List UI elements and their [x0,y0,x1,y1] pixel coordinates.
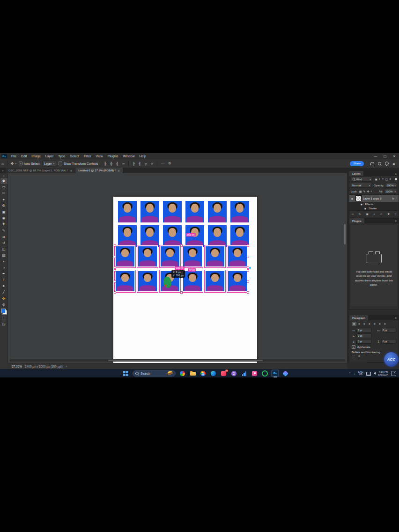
layer-row-selected[interactable]: ◉ Layer 1 copy 3 fx ⌃ [349,195,399,202]
menu-view[interactable]: View [94,153,105,159]
effects-eye-icon[interactable]: ◉ [360,203,363,206]
opacity-dropdown[interactable]: 100% ▾ [385,183,397,188]
passport-photo[interactable] [229,200,250,223]
paragraph-align-3[interactable]: ≡ [367,322,372,326]
paragraph-align-0[interactable]: ≡ [352,322,356,326]
transform-handle[interactable] [247,256,249,258]
workspace-switcher-icon[interactable]: ▣ [392,162,395,165]
tab-layers[interactable]: Layers [349,171,363,176]
panel-menu-icon[interactable]: ≡ [393,171,399,176]
stroke-eye-icon[interactable]: ◉ [363,207,367,210]
menu-filter[interactable]: Filter [81,153,94,159]
lock-icon-3[interactable]: ▪ [370,190,372,193]
dodge-tool[interactable]: ◑ [0,265,7,271]
fx-collapse-chevron[interactable]: ⌃ [396,197,398,200]
pen-tool[interactable]: ✒ [0,271,7,277]
color-swatches[interactable] [1,309,7,315]
green-app[interactable] [261,369,269,377]
document-tab[interactable]: Untitled-1 @ 27.9% (RGB/8) *✕ [75,168,123,173]
vertical-scrollbar-thumb[interactable] [344,224,346,244]
download-tray-icon[interactable]: ↓ [354,372,355,375]
horizontal-scrollbar[interactable] [10,359,345,362]
tray-overflow-chevron[interactable]: ⌃ [348,372,351,375]
tool-preset-caret[interactable]: ▾ [15,162,17,165]
lock-icon-2[interactable]: ✥ [366,190,370,193]
paragraph-align-6[interactable]: ≡ [383,322,387,326]
close-button[interactable]: ✕ [390,153,399,159]
filter-icon-0[interactable]: ▣ [374,177,378,181]
passport-photo[interactable] [207,200,228,223]
stroke-row[interactable]: ◉ Stroke [349,206,399,210]
healing-brush-tool[interactable]: ✚ [0,221,7,227]
align-icon-3[interactable]: ═ [120,162,126,165]
transform-handle[interactable] [114,269,116,272]
language-switcher[interactable]: ENG US [358,371,363,376]
clock[interactable]: 7:10 PM 5/6/2024 [378,370,388,377]
lock-icon-1[interactable]: ✎ [362,190,366,193]
filter-toggle[interactable] [395,178,397,180]
transform-handle[interactable] [114,291,116,294]
gradient-tool[interactable]: ▧ [0,252,7,258]
layers-action-icon-3[interactable]: ◐ [374,213,376,215]
document-canvas[interactable]: 355 px936 px49 pxX: 6 pxY: 766 px [113,197,257,363]
layer-fx-badge[interactable]: fx [392,197,394,200]
menu-type[interactable]: Type [56,153,67,159]
effects-row[interactable]: ◉ Effects [349,202,399,206]
history-brush-tool[interactable]: ↺ [0,240,7,246]
passport-photo[interactable] [162,224,183,248]
layers-action-icon-2[interactable]: ▣ [366,212,369,215]
hand-tool[interactable]: ✣ [0,296,7,302]
transform-handle[interactable] [247,281,249,283]
blur-tool[interactable]: ◗ [0,258,7,264]
menu-window[interactable]: Window [121,153,137,159]
layers-action-icon-0[interactable]: ∞ [352,213,354,215]
filter-icon-2[interactable]: T [381,177,384,181]
eraser-tool[interactable]: ◫ [0,246,7,252]
lock-icon-0[interactable]: ▦ [358,190,362,193]
status-chevron-icon[interactable]: > [66,365,67,368]
passport-photo[interactable] [117,200,138,223]
space-before-input[interactable]: 0 pt [356,339,371,344]
paragraph-align-4[interactable]: ≡ [372,322,377,326]
maximize-button[interactable]: ▢ [380,153,390,159]
menu-file[interactable]: File [9,153,19,159]
panel-menu-icon[interactable]: ≡ [393,315,399,320]
align-icon-1[interactable]: ╬ [108,162,114,165]
distribute-icon-3[interactable]: ╧ [149,162,155,165]
panel-menu-icon[interactable]: ≡ [393,218,399,223]
tab-overflow-chevron[interactable]: » [0,168,6,173]
photoshop[interactable]: Ps [271,369,279,377]
layer-visibility-eye-icon[interactable]: ◉ [350,197,354,200]
layers-action-icon-5[interactable]: ✚ [387,212,390,215]
start-button[interactable] [122,369,130,377]
menu-select[interactable]: Select [68,153,81,159]
auto-select-checkbox[interactable]: ✓ [19,162,22,165]
blue-gem-app[interactable] [281,369,289,377]
first-line-input[interactable]: 0 pt [356,333,371,338]
align-icon-0[interactable]: ╠ [102,162,108,165]
type-tool[interactable]: T [0,277,7,283]
more-options-icon[interactable]: ··· [159,162,166,165]
shape-tool[interactable]: ╱ [0,289,7,295]
indent-right-input[interactable]: 0 pt [381,328,396,332]
auto-select-dropdown[interactable]: Layer ▾ [42,161,56,167]
menu-edit[interactable]: Edit [19,153,29,159]
indent-left-input[interactable]: 0 pt [356,328,371,332]
transform-handle[interactable] [247,291,249,294]
network-icon[interactable] [366,372,371,375]
paragraph-align-1[interactable]: ≡ [357,322,362,326]
zoom-level[interactable]: 27.02% [12,365,22,368]
path-select-tool[interactable]: ➤ [0,283,7,289]
distribute-icon-1[interactable]: ╢ [137,162,143,165]
file-explorer[interactable] [189,369,197,377]
volume-icon[interactable] [374,372,376,375]
mail-app[interactable]: 34 [220,369,228,377]
passport-photo[interactable] [207,224,228,248]
paragraph-align-2[interactable]: ≡ [362,322,367,326]
move-tool-icon[interactable]: ✥ [9,162,15,166]
discover-lightbulb-icon[interactable] [385,162,389,165]
frame-tool[interactable]: ▣ [0,209,7,215]
show-transform-checkbox[interactable] [59,162,62,165]
list-style-icon-0[interactable]: ∷ [352,355,355,358]
viber[interactable] [230,369,238,377]
